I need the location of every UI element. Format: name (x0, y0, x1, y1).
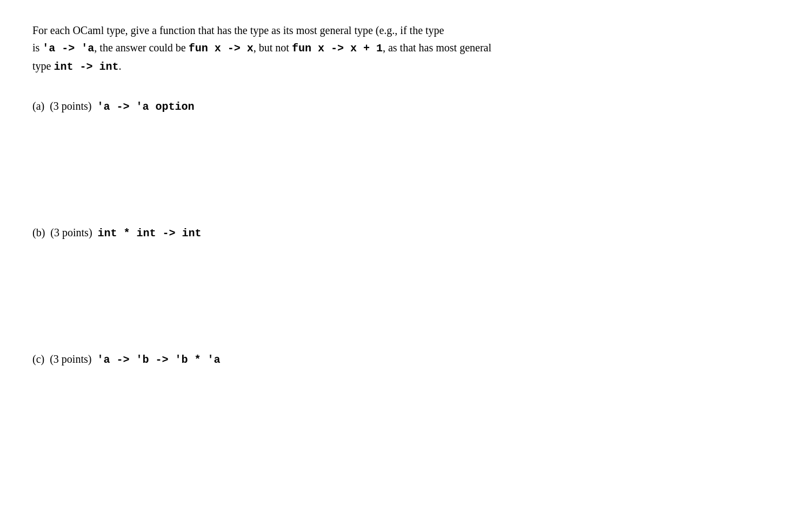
part-c-type: 'a -> 'b -> 'b * 'a (97, 354, 220, 366)
part-b-type: int * int -> int (98, 227, 202, 240)
part-a-points: (3 points) (50, 100, 91, 112)
intro-line2-end: , as that has most general (383, 42, 491, 54)
part-a: (a) (3 points) 'a -> 'a option (32, 97, 767, 116)
part-c: (c) (3 points) 'a -> 'b -> 'b * 'a (32, 350, 767, 369)
intro-int-int: int -> int (54, 61, 118, 73)
part-c-points: (3 points) (50, 353, 91, 365)
intro-line1: For each OCaml type, give a function tha… (32, 24, 444, 36)
intro-paragraph: For each OCaml type, give a function tha… (32, 22, 767, 76)
intro-type-a: 'a -> 'a (42, 42, 94, 55)
intro-line2-suffix: , but not (254, 42, 292, 54)
part-b: (b) (3 points) int * int -> int (32, 224, 767, 242)
part-c-label: (c) (32, 353, 44, 365)
intro-line3-suffix: . (118, 60, 121, 72)
part-b-points: (3 points) (50, 227, 92, 238)
part-a-label: (a) (32, 100, 44, 112)
part-a-type: 'a -> 'a option (97, 101, 194, 113)
intro-fun-x: fun x -> x (189, 42, 254, 55)
intro-line2-middle: , the answer could be (94, 42, 188, 54)
part-b-label: (b) (32, 227, 45, 238)
intro-line3-prefix: type (32, 60, 54, 72)
intro-line2-prefix: is (32, 42, 42, 54)
intro-fun-x-plus: fun x -> x + 1 (292, 42, 383, 55)
